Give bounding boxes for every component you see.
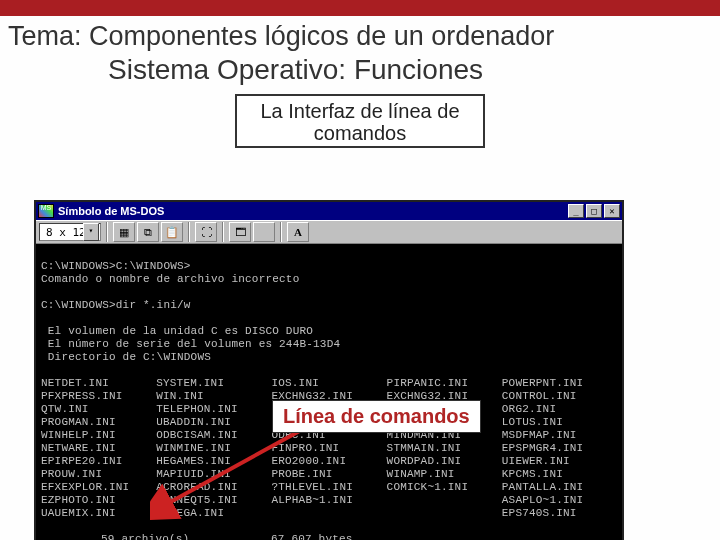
file-entry: POWERPNT.INI xyxy=(502,377,617,390)
annotation-label: Línea de comandos xyxy=(272,400,481,433)
file-entry: WIN.INI xyxy=(156,390,271,403)
file-entry: IOS.INI xyxy=(271,377,386,390)
console-line: C:\WINDOWS>dir *.ini/w xyxy=(41,299,191,311)
file-column: PIRPANIC.INIEXCHNG32.INIPROTOCOL.INIODBC… xyxy=(387,377,502,520)
summary-bytes: 67.607 bytes xyxy=(271,533,353,540)
maximize-button[interactable]: □ xyxy=(586,204,602,218)
file-entry: NETWARE.INI xyxy=(41,442,156,455)
file-entry: QTW.INI xyxy=(41,403,156,416)
file-entry: LOTUS.INI xyxy=(502,416,617,429)
msdos-window: MS Símbolo de MS-DOS _ □ ✕ 8 x 12 ▦ ⧉ 📋 … xyxy=(34,200,624,540)
titlebar[interactable]: MS Símbolo de MS-DOS _ □ ✕ xyxy=(36,202,622,220)
file-entry: EZPHOTO.INI xyxy=(41,494,156,507)
file-entry: UAUEMIX.INI xyxy=(41,507,156,520)
file-entry: PIRPANIC.INI xyxy=(387,377,502,390)
font-size-combo[interactable]: 8 x 12 xyxy=(39,223,101,241)
file-entry: EPSPMGR4.INI xyxy=(502,442,617,455)
file-entry: ODBCISAM.INI xyxy=(156,429,271,442)
file-column: SYSTEM.INIWIN.INITELEPHON.INIUBADDIN.INI… xyxy=(156,377,271,520)
file-column: NETDET.INIPFXPRESS.INIQTW.INIPROGMAN.INI… xyxy=(41,377,156,520)
file-entry: HEGAMES.INI xyxy=(156,455,271,468)
file-entry: WORDPAD.INI xyxy=(387,455,502,468)
file-entry: EFXEXPLOR.INI xyxy=(41,481,156,494)
file-entry: NETDET.INI xyxy=(41,377,156,390)
file-entry: ASAPLO~1.INI xyxy=(502,494,617,507)
file-entry: EPIRPE20.INI xyxy=(41,455,156,468)
file-entry: UIEWER.INI xyxy=(502,455,617,468)
file-entry: EPS740S.INI xyxy=(502,507,617,520)
console-line: Directorio de C:\WINDOWS xyxy=(41,351,211,363)
file-entry: WINMINE.INI xyxy=(156,442,271,455)
paste-button[interactable]: 📋 xyxy=(161,222,183,242)
file-entry: SYSTEM.INI xyxy=(156,377,271,390)
mark-button[interactable]: ▦ xyxy=(113,222,135,242)
file-column: IOS.INIEXCHNG32.INIPTCOUNTY.INIMSOFFICE.… xyxy=(271,377,386,520)
window-title: Símbolo de MS-DOS xyxy=(58,205,568,217)
console-output[interactable]: C:\WINDOWS>C:\WINDOWS> Comando o nombre … xyxy=(36,244,622,540)
file-column: POWERPNT.INICONTROL.INIORG2.INILOTUS.INI… xyxy=(502,377,617,520)
file-entry: KPCMS.INI xyxy=(502,468,617,481)
file-entry: PFXPRESS.INI xyxy=(41,390,156,403)
file-entry: WINAMP.INI xyxy=(387,468,502,481)
file-entry: MAPIUID.INI xyxy=(156,468,271,481)
slide-title: Tema: Componentes lógicos de un ordenado… xyxy=(0,16,720,52)
accent-bar xyxy=(0,0,720,16)
file-entry: IOMEGA.INI xyxy=(156,507,271,520)
file-entry: PROUW.INI xyxy=(41,468,156,481)
font-button[interactable]: A xyxy=(287,222,309,242)
file-entry: UBADDIN.INI xyxy=(156,416,271,429)
file-entry: WINHELP.INI xyxy=(41,429,156,442)
background-button[interactable] xyxy=(253,222,275,242)
file-entry: COMICK~1.INI xyxy=(387,481,502,494)
file-listing: NETDET.INIPFXPRESS.INIQTW.INIPROGMAN.INI… xyxy=(41,377,617,520)
properties-button[interactable]: 🗔 xyxy=(229,222,251,242)
file-entry: ACROREAD.INI xyxy=(156,481,271,494)
file-entry: MSDFMAP.INI xyxy=(502,429,617,442)
console-line: C:\WINDOWS>C:\WINDOWS> xyxy=(41,260,191,272)
caption-box: La Interfaz de línea de comandos xyxy=(235,94,485,148)
file-entry: ORG2.INI xyxy=(502,403,617,416)
file-entry: PANTALLA.INI xyxy=(502,481,617,494)
console-line: Comando o nombre de archivo incorrecto xyxy=(41,273,299,285)
file-entry: TELEPHON.INI xyxy=(156,403,271,416)
file-entry: ALPHAB~1.INI xyxy=(271,494,386,507)
close-button[interactable]: ✕ xyxy=(604,204,620,218)
file-entry: PROBE.INI xyxy=(271,468,386,481)
file-entry: STMMAIN.INI xyxy=(387,442,502,455)
minimize-button[interactable]: _ xyxy=(568,204,584,218)
msdos-icon: MS xyxy=(38,204,54,218)
slide-subtitle: Sistema Operativo: Funciones xyxy=(0,52,720,92)
console-line: El volumen de la unidad C es DISCO DURO xyxy=(41,325,313,337)
summary-files: 59 archivo(s) xyxy=(101,533,271,540)
copy-button[interactable]: ⧉ xyxy=(137,222,159,242)
file-entry: PROGMAN.INI xyxy=(41,416,156,429)
file-entry: CONTROL.INI xyxy=(502,390,617,403)
file-entry: ?THLEVEL.INI xyxy=(271,481,386,494)
file-entry: CONNEQT5.INI xyxy=(156,494,271,507)
console-line: El número de serie del volumen es 244B-1… xyxy=(41,338,340,350)
toolbar: 8 x 12 ▦ ⧉ 📋 ⛶ 🗔 A xyxy=(36,220,622,244)
file-entry: FINPRO.INI xyxy=(271,442,386,455)
file-entry: ERO2000.INI xyxy=(271,455,386,468)
fullscreen-button[interactable]: ⛶ xyxy=(195,222,217,242)
